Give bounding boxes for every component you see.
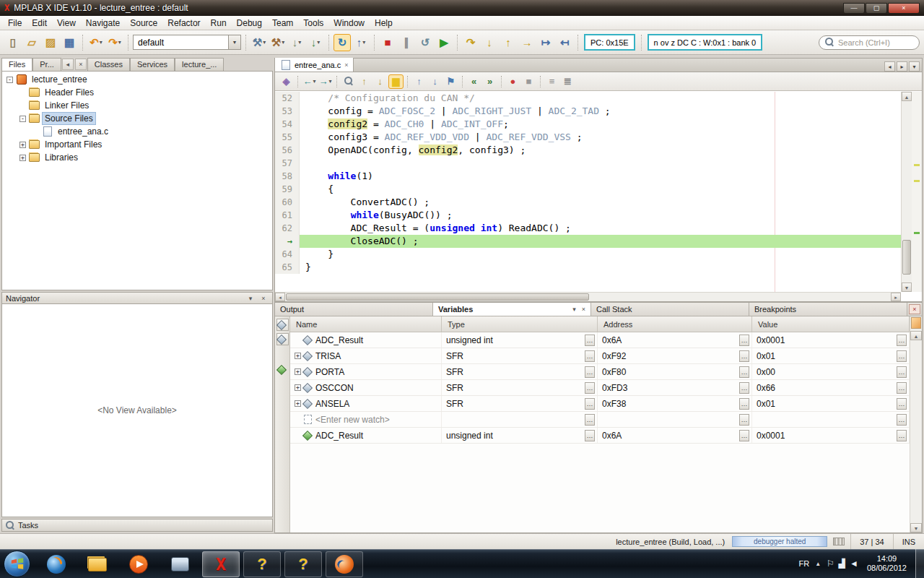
redo-button[interactable]: ↷▾ — [106, 34, 123, 51]
close-tab-icon[interactable]: × — [344, 61, 348, 69]
watch-row-porta[interactable]: +PORTASFR…0xF80…0x00… — [290, 364, 910, 380]
expander-icon[interactable]: + — [19, 155, 26, 161]
finish-debugger-session-button[interactable]: ■ — [379, 34, 396, 51]
reset-device-button[interactable]: ↺ — [417, 34, 434, 51]
editor-vertical-scrollbar[interactable]: ▲ ▼ — [901, 92, 912, 292]
back-button[interactable]: ←▾ — [302, 74, 317, 89]
watch-row-adc-result[interactable]: ADC_Resultunsigned int…0x6A…0x0001… — [290, 428, 910, 444]
minimize-button[interactable]: — — [843, 3, 865, 14]
network-icon[interactable]: ▟ — [839, 558, 845, 569]
expander-icon[interactable]: - — [6, 77, 13, 83]
open-project-button[interactable]: ▨ — [42, 34, 59, 51]
make-program-device-button[interactable]: ↓▾ — [288, 34, 305, 51]
panel-breakpoints-tab[interactable]: Breakpoints — [749, 303, 907, 316]
panel-output-tab[interactable]: Output — [275, 303, 433, 316]
undo-dropdown-icon[interactable]: ▾ — [100, 39, 103, 46]
tree-node-important-files[interactable]: +Important Files — [2, 138, 272, 151]
watch-row-adc-result[interactable]: ADC_Resultunsigned int…0x6A…0x0001… — [290, 332, 910, 348]
edit-address-button[interactable]: … — [739, 398, 749, 410]
program-device-dropdown-icon[interactable]: ▾ — [317, 39, 320, 46]
close-button[interactable]: × — [888, 3, 920, 14]
menu-edit[interactable]: Edit — [27, 17, 52, 30]
find-selection-button[interactable] — [341, 74, 356, 89]
undo-button[interactable]: ↶▾ — [87, 34, 105, 51]
step-out-button[interactable]: ↑ — [500, 34, 517, 51]
find-next-button[interactable]: ↓ — [372, 74, 388, 89]
debug-resources-button[interactable]: ↻ — [334, 34, 351, 51]
edit-address-button[interactable]: … — [739, 382, 749, 394]
scroll-left-button[interactable]: ◂ — [275, 293, 285, 301]
vertical-scrollbar-thumb[interactable] — [902, 240, 911, 275]
comment-lines-button[interactable]: ≡ — [544, 74, 559, 89]
tree-node-entree-ana-c[interactable]: entree_ana.c — [2, 125, 272, 138]
start-macro-recording-button[interactable]: ● — [505, 74, 520, 89]
taskbar-app-window-button[interactable] — [161, 551, 199, 577]
menu-tools[interactable]: Tools — [298, 17, 328, 30]
code-area[interactable]: 52 /* Configuration du CAN */53 config =… — [275, 92, 901, 292]
edit-address-button[interactable]: … — [739, 350, 749, 362]
edit-value-button[interactable]: … — [897, 350, 907, 362]
start-button[interactable] — [4, 551, 30, 577]
uncomment-lines-button[interactable]: ≣ — [560, 74, 575, 89]
code-line-56[interactable]: 56 OpenADC(config, config2, config3) ; — [275, 144, 901, 157]
menu-navigate[interactable]: Navigate — [81, 17, 125, 30]
edit-value-button[interactable]: … — [897, 430, 907, 441]
variables-filter-icon[interactable]: ▾ — [572, 306, 576, 313]
menu-window[interactable]: Window — [328, 17, 370, 30]
edit-value-button[interactable]: … — [897, 335, 907, 346]
read-device-memory-button[interactable]: ↑▾ — [352, 34, 370, 51]
edit-type-button[interactable]: … — [585, 382, 595, 394]
build-project-dropdown-icon[interactable]: ▾ — [263, 39, 266, 46]
clean-build-project-button[interactable]: ⚒▾ — [269, 34, 287, 51]
scroll-tabs-right-button[interactable]: ▸ — [897, 61, 907, 72]
edit-type-button[interactable]: … — [585, 398, 595, 410]
code-line-54[interactable]: 54 config2 = ADC_CH0 | ADC_INT_OFF; — [275, 118, 901, 131]
edit-type-button[interactable]: … — [585, 335, 595, 346]
menu-debug[interactable]: Debug — [232, 17, 267, 30]
navigator-filter-icon[interactable]: ▾ — [245, 295, 256, 302]
previous-bookmark-button[interactable]: ↑ — [411, 74, 427, 89]
edit-address-button[interactable]: … — [739, 366, 749, 378]
table-options-button[interactable] — [911, 317, 921, 329]
configuration-combo[interactable]: default▼ — [133, 35, 241, 50]
editor-horizontal-scrollbar[interactable]: ◂ ▸ — [275, 292, 901, 301]
edit-value-button[interactable]: … — [897, 366, 907, 378]
table-scroll-down[interactable]: ▼ — [910, 523, 922, 532]
tree-node-linker-files[interactable]: Linker Files — [2, 99, 272, 112]
read-device-memory-dropdown-icon[interactable]: ▾ — [362, 39, 365, 46]
edit-value-button[interactable]: … — [897, 414, 907, 426]
run-to-cursor-button[interactable]: → — [518, 34, 536, 51]
menu-file[interactable]: File — [3, 17, 27, 30]
edit-type-button[interactable]: … — [585, 366, 595, 378]
close-bottom-panel-button[interactable]: × — [909, 304, 920, 314]
code-line-64[interactable]: 64 } — [275, 248, 901, 261]
column-header-address[interactable]: Address — [598, 316, 752, 332]
code-line-57[interactable]: 57 — [275, 157, 901, 170]
expander-icon[interactable]: + — [295, 400, 301, 407]
continue-button[interactable]: ▶ — [435, 34, 453, 51]
menu-source[interactable]: Source — [125, 17, 162, 30]
table-scrollbar[interactable]: ▲ ▼ — [910, 316, 922, 532]
shift-line-left-button[interactable]: « — [466, 74, 481, 89]
ide-search-input[interactable]: Search (Ctrl+I) — [819, 35, 920, 50]
tab-classes[interactable]: Classes — [87, 58, 130, 71]
table-scroll-up[interactable]: ▲ — [910, 331, 922, 340]
watch-row-osccon[interactable]: +OSCCONSFR…0xFD3…0x66… — [290, 380, 910, 396]
taskbar-help-viewer-2-button[interactable]: ? — [284, 551, 322, 577]
code-line-60[interactable]: 60 ConvertADC() ; — [275, 196, 901, 209]
expander-icon[interactable]: + — [295, 353, 301, 359]
tab-list-button[interactable]: ▾ — [909, 61, 920, 72]
code-line-65[interactable]: 65} — [275, 261, 901, 274]
edit-value-button[interactable]: … — [897, 382, 907, 394]
navigator-close-icon[interactable]: × — [258, 295, 269, 302]
taskbar-media-player-button[interactable] — [120, 551, 157, 577]
clean-build-project-dropdown-icon[interactable]: ▾ — [282, 39, 284, 46]
pause-debugger-button[interactable]: ∥ — [398, 34, 415, 51]
save-all-button[interactable]: ▦ — [61, 34, 78, 51]
toggle-highlight-search-button[interactable]: ▆ — [388, 74, 404, 89]
next-bookmark-button[interactable]: ↓ — [427, 74, 443, 89]
menu-refactor[interactable]: Refactor — [162, 17, 205, 30]
last-edit-location-button[interactable]: ◈ — [279, 74, 294, 89]
clock[interactable]: 14:09 08/06/2012 — [864, 554, 910, 573]
taskbar-browser-button[interactable] — [38, 551, 75, 577]
